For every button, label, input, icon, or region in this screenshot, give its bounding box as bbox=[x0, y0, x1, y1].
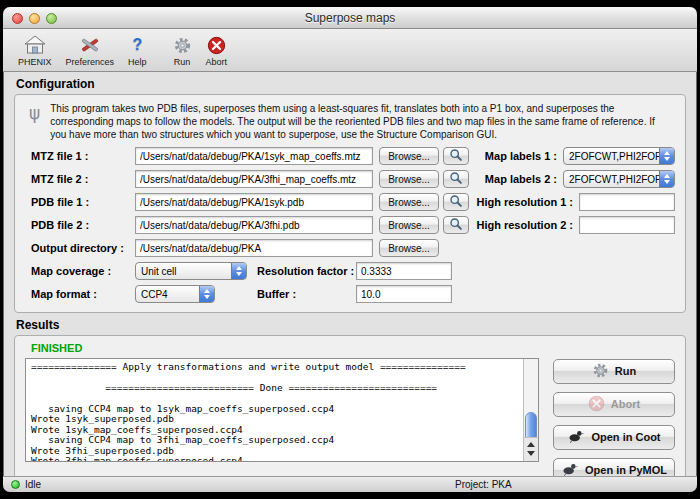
combo-arrows-icon bbox=[659, 171, 674, 187]
magnifier-icon bbox=[449, 171, 463, 187]
output-directory-label: Output directory : bbox=[31, 242, 135, 254]
content-area: Configuration ψ This program takes two P… bbox=[3, 72, 697, 476]
map-coverage-row: Map coverage : Unit cell Resolution fact… bbox=[31, 262, 675, 281]
mtz-file-1-browse-button[interactable]: Browse... bbox=[379, 147, 439, 165]
status-bar: Idle Project: PKA bbox=[3, 476, 697, 492]
toolbar-item-label: PHENIX bbox=[18, 57, 52, 67]
map-labels-1-select[interactable]: 2FOFCWT,PHI2FOF... bbox=[563, 147, 675, 165]
magnifier-icon bbox=[449, 217, 463, 233]
high-resolution-1-input[interactable] bbox=[579, 193, 675, 211]
pdb-file-2-input[interactable] bbox=[135, 216, 373, 234]
map-labels-2-label: Map labels 2 : bbox=[485, 173, 557, 185]
pdb-file-2-label: PDB file 2 : bbox=[31, 219, 135, 231]
results-box: FINISHED =============== Apply transform… bbox=[14, 335, 686, 476]
magnifier-icon bbox=[449, 148, 463, 164]
map-labels-1-label: Map labels 1 : bbox=[485, 150, 557, 162]
open-in-pymol-button[interactable]: Open in PyMOL bbox=[553, 458, 675, 476]
configuration-heading: Configuration bbox=[16, 77, 686, 91]
console-line bbox=[31, 393, 518, 404]
open-in-coot-button[interactable]: Open in Coot bbox=[553, 425, 675, 450]
phenix-home-icon bbox=[24, 34, 46, 56]
toolbar-abort-button[interactable]: Abort bbox=[199, 31, 235, 70]
pdb-file-2-inspect-button[interactable] bbox=[443, 216, 469, 234]
help-icon: ? bbox=[132, 34, 142, 56]
high-resolution-2-label: High resolution 2 : bbox=[476, 219, 573, 231]
results-heading: Results bbox=[16, 318, 686, 332]
console-text: =============== Apply transformations an… bbox=[26, 359, 538, 462]
toolbar-phenix-button[interactable]: PHENIX bbox=[11, 31, 59, 70]
mtz-file-2-input[interactable] bbox=[135, 170, 373, 188]
status-finished: FINISHED bbox=[31, 342, 675, 354]
mtz-file-1-input[interactable] bbox=[135, 147, 373, 165]
console-line: Wrote 3fhi_map_coeffs_superposed.ccp4 bbox=[31, 456, 518, 462]
map-format-value: CCP4 bbox=[136, 289, 199, 300]
resolution-factor-label: Resolution factor : bbox=[257, 265, 356, 277]
pdb-file-1-browse-button[interactable]: Browse... bbox=[379, 193, 439, 211]
status-text: Idle bbox=[25, 479, 41, 490]
scroll-down-icon bbox=[527, 451, 535, 456]
output-directory-row: Output directory : Browse... bbox=[31, 239, 675, 258]
pdb-file-1-inspect-button[interactable] bbox=[443, 193, 469, 211]
console-line: ========================== Done ========… bbox=[31, 383, 518, 394]
pdb-file-1-input[interactable] bbox=[135, 193, 373, 211]
map-format-row: Map format : CCP4 Buffer : bbox=[31, 285, 675, 304]
map-coverage-label: Map coverage : bbox=[31, 265, 135, 277]
idle-status-icon bbox=[11, 480, 20, 489]
scroll-up-icon bbox=[527, 442, 535, 447]
console-output[interactable]: =============== Apply transformations an… bbox=[25, 358, 539, 462]
mtz-file-1-label: MTZ file 1 : bbox=[31, 150, 135, 162]
buffer-label: Buffer : bbox=[257, 288, 356, 300]
console-line: =============== Apply transformations an… bbox=[31, 362, 518, 373]
results-buttons: Run Abort Open in Coot Open in PyMOL bbox=[553, 358, 675, 476]
scrollbar-arrow-buttons[interactable] bbox=[524, 437, 538, 461]
combo-arrows-icon bbox=[231, 263, 246, 279]
resolution-factor-input[interactable] bbox=[356, 262, 452, 280]
gear-icon bbox=[592, 362, 609, 381]
titlebar[interactable]: Superpose maps bbox=[3, 7, 697, 29]
toolbar-preferences-button[interactable]: Preferences bbox=[59, 31, 122, 70]
abort-button-label: Abort bbox=[611, 398, 640, 410]
toolbar-item-label: Run bbox=[174, 57, 191, 67]
buffer-input[interactable] bbox=[356, 285, 452, 303]
mtz-file-1-inspect-button[interactable] bbox=[443, 147, 469, 165]
mtz-file-2-label: MTZ file 2 : bbox=[31, 173, 135, 185]
pdb-file-2-row: PDB file 2 : Browse... High resolution 2… bbox=[31, 216, 675, 235]
mtz-file-1-row: MTZ file 1 : Browse... Map labels 1 : 2F… bbox=[31, 147, 675, 166]
coot-bird-icon bbox=[567, 429, 585, 445]
mtz-file-2-browse-button[interactable]: Browse... bbox=[379, 170, 439, 188]
high-resolution-2-input[interactable] bbox=[579, 216, 675, 234]
abort-button[interactable]: Abort bbox=[553, 392, 675, 417]
toolbar-item-label: Abort bbox=[206, 57, 228, 67]
program-description: ψ This program takes two PDB files, supe… bbox=[15, 95, 685, 147]
phenix-glyph-icon: ψ bbox=[29, 105, 40, 122]
window-title: Superpose maps bbox=[3, 11, 697, 25]
map-labels-1-value: 2FOFCWT,PHI2FOF... bbox=[564, 151, 659, 162]
map-coverage-select[interactable]: Unit cell bbox=[135, 262, 247, 280]
toolbar-help-button[interactable]: ? Help bbox=[121, 31, 154, 70]
high-resolution-1-label: High resolution 1 : bbox=[476, 196, 573, 208]
run-button-label: Run bbox=[615, 365, 636, 377]
gear-icon bbox=[173, 34, 192, 56]
toolbar-run-button[interactable]: Run bbox=[166, 31, 199, 70]
console-line bbox=[31, 372, 518, 383]
description-text: This program takes two PDB files, superp… bbox=[50, 102, 665, 142]
run-button[interactable]: Run bbox=[553, 359, 675, 384]
map-format-label: Map format : bbox=[31, 288, 135, 300]
abort-x-icon bbox=[588, 395, 605, 414]
map-labels-2-value: 2FOFCWT,PHI2FOF... bbox=[564, 174, 659, 185]
toolbar-item-label: Preferences bbox=[66, 57, 115, 67]
open-in-coot-label: Open in Coot bbox=[591, 431, 660, 443]
mtz-file-2-inspect-button[interactable] bbox=[443, 170, 469, 188]
toolbar-item-label: Help bbox=[128, 57, 147, 67]
mtz-file-2-row: MTZ file 2 : Browse... Map labels 2 : 2F… bbox=[31, 170, 675, 189]
output-directory-input[interactable] bbox=[135, 239, 373, 257]
configuration-box: ψ This program takes two PDB files, supe… bbox=[14, 94, 686, 313]
console-scrollbar[interactable] bbox=[523, 359, 538, 461]
magnifier-icon bbox=[449, 194, 463, 210]
map-format-select[interactable]: CCP4 bbox=[135, 285, 215, 303]
pdb-file-2-browse-button[interactable]: Browse... bbox=[379, 216, 439, 234]
output-directory-browse-button[interactable]: Browse... bbox=[379, 239, 439, 257]
toolbar: PHENIX Preferences ? Help Run Abort bbox=[3, 29, 697, 72]
map-labels-2-select[interactable]: 2FOFCWT,PHI2FOF... bbox=[563, 170, 675, 188]
pymol-bird-icon bbox=[561, 462, 579, 476]
